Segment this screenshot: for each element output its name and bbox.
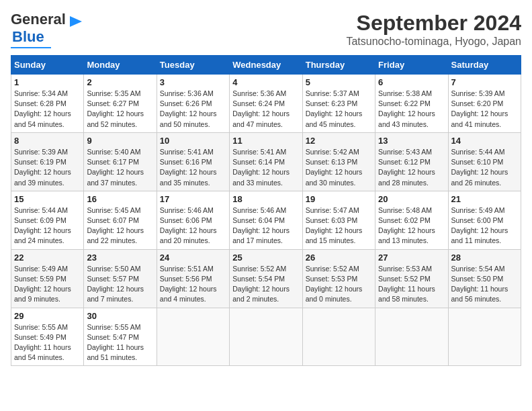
day-number: 28 bbox=[451, 253, 518, 263]
day-info: Sunrise: 5:52 AM Sunset: 5:54 PM Dayligh… bbox=[232, 264, 299, 305]
calendar-cell bbox=[230, 308, 302, 366]
logo-general: General bbox=[11, 11, 66, 28]
day-number: 17 bbox=[160, 194, 226, 204]
calendar-cell: 14Sunrise: 5:44 AM Sunset: 6:10 PM Dayli… bbox=[448, 132, 521, 191]
day-info: Sunrise: 5:54 AM Sunset: 5:50 PM Dayligh… bbox=[451, 264, 518, 305]
day-number: 1 bbox=[14, 77, 81, 87]
day-info: Sunrise: 5:41 AM Sunset: 6:14 PM Dayligh… bbox=[232, 147, 299, 188]
calendar-table: SundayMondayTuesdayWednesdayThursdayFrid… bbox=[11, 55, 521, 366]
calendar-cell: 11Sunrise: 5:41 AM Sunset: 6:14 PM Dayli… bbox=[230, 132, 302, 191]
day-number: 18 bbox=[232, 194, 299, 204]
calendar-cell: 22Sunrise: 5:49 AM Sunset: 5:59 PM Dayli… bbox=[11, 249, 84, 308]
calendar-cell bbox=[448, 308, 521, 366]
day-info: Sunrise: 5:47 AM Sunset: 6:03 PM Dayligh… bbox=[306, 205, 372, 246]
day-number: 11 bbox=[232, 136, 299, 146]
day-info: Sunrise: 5:52 AM Sunset: 5:53 PM Dayligh… bbox=[306, 264, 372, 305]
calendar-cell: 7Sunrise: 5:39 AM Sunset: 6:20 PM Daylig… bbox=[448, 75, 521, 133]
calendar-cell: 12Sunrise: 5:42 AM Sunset: 6:13 PM Dayli… bbox=[302, 132, 375, 191]
svg-marker-0 bbox=[70, 16, 82, 27]
calendar-cell: 23Sunrise: 5:50 AM Sunset: 5:57 PM Dayli… bbox=[84, 249, 157, 308]
logo: General Blue bbox=[11, 11, 82, 48]
day-info: Sunrise: 5:39 AM Sunset: 6:20 PM Dayligh… bbox=[451, 89, 518, 130]
day-number: 15 bbox=[14, 194, 81, 204]
day-number: 6 bbox=[378, 77, 445, 87]
day-info: Sunrise: 5:38 AM Sunset: 6:22 PM Dayligh… bbox=[378, 89, 445, 130]
day-number: 16 bbox=[87, 194, 153, 204]
day-number: 26 bbox=[306, 253, 372, 263]
calendar-cell bbox=[375, 308, 448, 366]
calendar-cell: 4Sunrise: 5:36 AM Sunset: 6:24 PM Daylig… bbox=[230, 75, 302, 133]
day-info: Sunrise: 5:45 AM Sunset: 6:07 PM Dayligh… bbox=[87, 205, 153, 246]
day-info: Sunrise: 5:36 AM Sunset: 6:26 PM Dayligh… bbox=[160, 89, 226, 130]
calendar-cell: 5Sunrise: 5:37 AM Sunset: 6:23 PM Daylig… bbox=[302, 75, 375, 133]
day-info: Sunrise: 5:36 AM Sunset: 6:24 PM Dayligh… bbox=[232, 89, 299, 130]
day-number: 5 bbox=[306, 77, 372, 87]
calendar-cell: 17Sunrise: 5:46 AM Sunset: 6:06 PM Dayli… bbox=[157, 191, 229, 249]
calendar-cell: 16Sunrise: 5:45 AM Sunset: 6:07 PM Dayli… bbox=[84, 191, 157, 249]
calendar-cell: 20Sunrise: 5:48 AM Sunset: 6:02 PM Dayli… bbox=[375, 191, 448, 249]
day-info: Sunrise: 5:44 AM Sunset: 6:09 PM Dayligh… bbox=[14, 205, 81, 246]
weekday-header: Tuesday bbox=[157, 56, 229, 75]
calendar-cell: 13Sunrise: 5:43 AM Sunset: 6:12 PM Dayli… bbox=[375, 132, 448, 191]
calendar-cell: 25Sunrise: 5:52 AM Sunset: 5:54 PM Dayli… bbox=[230, 249, 302, 308]
day-number: 2 bbox=[87, 77, 153, 87]
day-number: 27 bbox=[378, 253, 445, 263]
day-number: 29 bbox=[14, 311, 81, 321]
weekday-header: Monday bbox=[84, 56, 157, 75]
calendar-cell: 15Sunrise: 5:44 AM Sunset: 6:09 PM Dayli… bbox=[11, 191, 84, 249]
calendar-cell: 2Sunrise: 5:35 AM Sunset: 6:27 PM Daylig… bbox=[84, 75, 157, 133]
calendar-cell: 1Sunrise: 5:34 AM Sunset: 6:28 PM Daylig… bbox=[11, 75, 84, 133]
day-info: Sunrise: 5:44 AM Sunset: 6:10 PM Dayligh… bbox=[451, 147, 518, 188]
calendar-cell: 9Sunrise: 5:40 AM Sunset: 6:17 PM Daylig… bbox=[84, 132, 157, 191]
day-info: Sunrise: 5:35 AM Sunset: 6:27 PM Dayligh… bbox=[87, 89, 153, 130]
day-info: Sunrise: 5:46 AM Sunset: 6:06 PM Dayligh… bbox=[160, 205, 226, 246]
day-number: 30 bbox=[87, 311, 153, 321]
day-number: 9 bbox=[87, 136, 153, 146]
calendar-cell: 24Sunrise: 5:51 AM Sunset: 5:56 PM Dayli… bbox=[157, 249, 229, 308]
day-info: Sunrise: 5:37 AM Sunset: 6:23 PM Dayligh… bbox=[306, 89, 372, 130]
day-info: Sunrise: 5:46 AM Sunset: 6:04 PM Dayligh… bbox=[232, 205, 299, 246]
calendar-cell: 10Sunrise: 5:41 AM Sunset: 6:16 PM Dayli… bbox=[157, 132, 229, 191]
day-info: Sunrise: 5:55 AM Sunset: 5:47 PM Dayligh… bbox=[87, 322, 153, 363]
day-info: Sunrise: 5:41 AM Sunset: 6:16 PM Dayligh… bbox=[160, 147, 226, 188]
calendar-cell: 18Sunrise: 5:46 AM Sunset: 6:04 PM Dayli… bbox=[230, 191, 302, 249]
day-info: Sunrise: 5:34 AM Sunset: 6:28 PM Dayligh… bbox=[14, 89, 81, 130]
logo-arrow-icon bbox=[70, 16, 82, 27]
weekday-header: Sunday bbox=[11, 56, 84, 75]
day-number: 12 bbox=[306, 136, 372, 146]
calendar-cell bbox=[302, 308, 375, 366]
day-number: 19 bbox=[306, 194, 372, 204]
day-info: Sunrise: 5:53 AM Sunset: 5:52 PM Dayligh… bbox=[378, 264, 445, 305]
page-subtitle: Tatsunocho-tominaga, Hyogo, Japan bbox=[346, 36, 521, 48]
day-number: 13 bbox=[378, 136, 445, 146]
weekday-header: Saturday bbox=[448, 56, 521, 75]
day-number: 14 bbox=[451, 136, 518, 146]
calendar-cell: 3Sunrise: 5:36 AM Sunset: 6:26 PM Daylig… bbox=[157, 75, 229, 133]
calendar-cell: 27Sunrise: 5:53 AM Sunset: 5:52 PM Dayli… bbox=[375, 249, 448, 308]
weekday-header: Thursday bbox=[302, 56, 375, 75]
day-number: 8 bbox=[14, 136, 81, 146]
day-info: Sunrise: 5:48 AM Sunset: 6:02 PM Dayligh… bbox=[378, 205, 445, 246]
weekday-header: Friday bbox=[375, 56, 448, 75]
day-number: 4 bbox=[232, 77, 299, 87]
day-number: 3 bbox=[160, 77, 226, 87]
day-info: Sunrise: 5:39 AM Sunset: 6:19 PM Dayligh… bbox=[14, 147, 81, 188]
logo-underline bbox=[11, 47, 51, 48]
weekday-header-row: SundayMondayTuesdayWednesdayThursdayFrid… bbox=[11, 56, 521, 75]
day-number: 21 bbox=[451, 194, 518, 204]
calendar-cell bbox=[157, 308, 229, 366]
calendar-week-row: 15Sunrise: 5:44 AM Sunset: 6:09 PM Dayli… bbox=[11, 191, 521, 249]
day-info: Sunrise: 5:43 AM Sunset: 6:12 PM Dayligh… bbox=[378, 147, 445, 188]
calendar-cell: 29Sunrise: 5:55 AM Sunset: 5:49 PM Dayli… bbox=[11, 308, 84, 366]
calendar-cell: 30Sunrise: 5:55 AM Sunset: 5:47 PM Dayli… bbox=[84, 308, 157, 366]
page-title: September 2024 bbox=[346, 11, 521, 36]
calendar-week-row: 8Sunrise: 5:39 AM Sunset: 6:19 PM Daylig… bbox=[11, 132, 521, 191]
calendar-cell: 26Sunrise: 5:52 AM Sunset: 5:53 PM Dayli… bbox=[302, 249, 375, 308]
calendar-cell: 19Sunrise: 5:47 AM Sunset: 6:03 PM Dayli… bbox=[302, 191, 375, 249]
calendar-cell: 8Sunrise: 5:39 AM Sunset: 6:19 PM Daylig… bbox=[11, 132, 84, 191]
logo-blue: Blue bbox=[12, 28, 44, 45]
calendar-cell: 28Sunrise: 5:54 AM Sunset: 5:50 PM Dayli… bbox=[448, 249, 521, 308]
calendar-week-row: 29Sunrise: 5:55 AM Sunset: 5:49 PM Dayli… bbox=[11, 308, 521, 366]
weekday-header: Wednesday bbox=[230, 56, 302, 75]
day-info: Sunrise: 5:40 AM Sunset: 6:17 PM Dayligh… bbox=[87, 147, 153, 188]
